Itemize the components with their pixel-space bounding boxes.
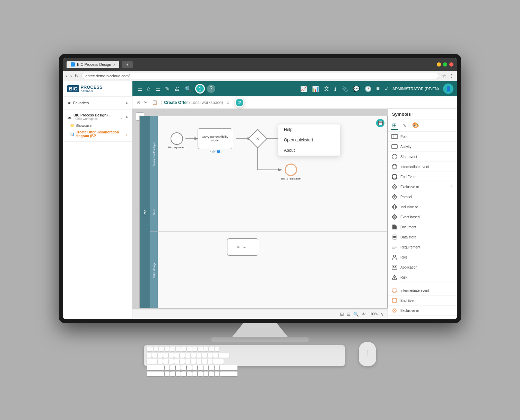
create-offer-menu[interactable]: ⋮ [124,132,128,136]
intermediate-event-2-label: Intermediate event [400,289,429,292]
gateway-element[interactable]: × [251,132,265,146]
sidebar-bic-process[interactable]: ☁ BIC Process Design (... Public workspa… [63,112,132,122]
lane-sales-manager-content: Ve... re... [158,231,387,308]
tab-close-btn[interactable]: × [113,63,115,67]
comment-icon[interactable]: 💬 [352,84,361,94]
symbol-application[interactable]: Application [388,262,457,272]
svg-point-41 [392,298,397,303]
close-btn[interactable] [449,62,453,67]
zoom-fit-icon[interactable]: ⊟ [347,312,350,317]
folder-icon: 📁 [70,124,74,128]
tab-grid[interactable]: ⊞ [391,121,398,130]
menu-btn[interactable]: ⋮ [449,73,454,79]
print-icon[interactable]: 🖨 [173,84,181,93]
start-event-element[interactable]: Bid requested [168,132,185,149]
symbol-event-based[interactable]: Event based [388,212,457,222]
zoom-chevron[interactable]: ∨ [381,312,384,317]
zoom-icon[interactable]: 🔍 [353,312,359,317]
paste-icon[interactable]: 📋 [151,99,158,106]
key-c [176,371,181,376]
panel-chevron[interactable]: › [412,112,413,116]
intermediate-realizable[interactable]: Bid is realizable [281,164,301,180]
help-dropdown-menu[interactable]: Help Open quickstart About [278,124,340,156]
avatar-btn[interactable]: 👤 [443,84,453,94]
hamburger-icon[interactable]: ☰ [136,84,144,94]
symbol-parallel[interactable]: Parallel [388,192,457,202]
attachment-icon[interactable]: 📎 [340,84,349,94]
reload-btn[interactable]: ↻ [75,73,79,79]
cut-icon[interactable]: ✂ [143,99,149,106]
address-bar-row: ‹ › ↻ gbtec.demo.biccloud.com/ ☆ ⋮ [63,71,457,81]
diagram-canvas[interactable]: Help Open quickstart About + Pool [132,109,388,319]
mouse-button-divider [367,350,368,356]
menu-help[interactable]: Help [278,124,340,135]
url-text: gbtec.demo.biccloud.com/ [85,74,130,78]
key-r [174,359,179,364]
tab-connections[interactable]: ∿ [401,121,408,130]
symbol-inclusive-or[interactable]: Inclusive or [388,202,457,212]
minimize-btn[interactable] [437,62,441,67]
doc-list-icon[interactable]: ☰ [154,84,162,94]
svg-rect-34 [395,266,396,267]
help-icon[interactable]: ? [207,85,215,93]
symbol-exclusive-or[interactable]: Exclusive or ☆ [388,182,457,192]
forward-btn[interactable]: › [70,73,72,79]
task-feasibility[interactable]: Carry out feasibility study ℹ 🔗 👥 [198,128,232,153]
symbol-risk[interactable]: Risk [388,272,457,282]
symbol-exclusive-or-2[interactable]: Exclusive or [388,306,457,316]
keyboard-row-5 [147,371,342,376]
chart-icon[interactable]: 📈 [299,84,309,94]
monitor-base [211,337,309,342]
symbol-intermediate-event-2[interactable]: Intermediate event [388,286,457,296]
new-tab-btn[interactable]: + [122,61,132,68]
trend-icon[interactable]: 📊 [311,84,320,94]
menu-about[interactable]: About [278,145,340,156]
copy-icon[interactable]: ⎘ [136,99,141,106]
translate-icon[interactable]: 文 [322,84,331,94]
star-icon: ★ [67,100,71,105]
workspace-menu[interactable]: ⋮ [120,115,123,119]
edit-icon[interactable]: ✎ [164,84,171,94]
check-icon[interactable]: ✓ [383,84,390,94]
menu-quickstart[interactable]: Open quickstart [278,135,340,145]
lane-sales-manager-header: Sales Manager [150,231,158,308]
address-bar[interactable]: gbtec.demo.biccloud.com/ [81,73,439,79]
exclusive-or-star[interactable]: ☆ [450,184,453,189]
key-f3 [165,347,170,351]
symbol-end-event-2[interactable]: End Event [388,296,457,306]
symbol-end-event[interactable]: End Event [388,172,457,182]
key-f7 [187,347,192,351]
star-fav-icon[interactable]: ☆ [225,99,231,106]
search-icon[interactable]: 🔍 [183,84,193,94]
symbol-start-event[interactable]: Start event [388,152,457,162]
symbol-activity[interactable]: Activity [388,142,457,152]
eye-icon[interactable]: 👁 [362,312,366,317]
back-btn[interactable]: ‹ [66,73,68,79]
canvas-bottom-bar: ⊞ ⊟ 🔍 👁 100% ∨ [132,309,388,319]
symbol-document[interactable]: Document [388,222,457,232]
symbol-data-store[interactable]: Data store [388,232,457,242]
sidebar-showcase[interactable]: 📁 Showcase [63,122,132,129]
home-icon[interactable]: ⌂ [146,84,152,93]
tab-color[interactable]: 🎨 [411,121,421,130]
save-btn[interactable]: 💾 [376,119,384,127]
info-icon[interactable]: ℹ [333,84,338,94]
history-icon[interactable]: 🕐 [363,84,373,94]
symbol-requirement[interactable]: Requirement [388,242,457,252]
symbol-role[interactable]: Role [388,252,457,262]
key-f1 [154,347,158,351]
symbol-pool[interactable]: Pool [388,132,457,142]
fit-icon[interactable]: ⊞ [340,312,344,317]
task-box-feasibility: Carry out feasibility study [198,128,232,149]
browser-tab-active[interactable]: BIC Process Design × [67,61,119,68]
filter-icon[interactable]: ≡ [375,84,381,93]
sidebar-create-offer[interactable]: 📊 Create Offer Collaboration diagram (BP… [63,129,132,139]
symbol-intermediate-event[interactable]: Intermediate event [388,162,457,172]
end-event-label: End Event [400,175,416,179]
sidebar-favorites[interactable]: ★ Favorites ∧ [63,99,132,107]
bookmark-btn[interactable]: ☆ [442,73,447,79]
key-equals [213,353,218,358]
key-f11 [209,347,214,351]
maximize-btn[interactable] [443,62,447,67]
task-verify[interactable]: Ve... re... [227,238,258,256]
